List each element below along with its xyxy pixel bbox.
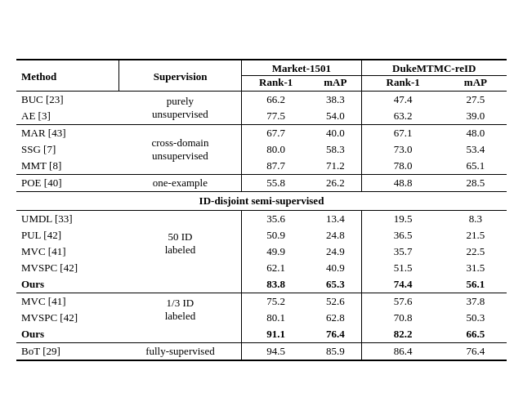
duke-map-cell: 37.8 xyxy=(445,293,507,311)
table-row: POE [40] one-example 55.8 26.2 48.8 28.5 xyxy=(16,175,507,192)
market-rank1-cell: 67.7 xyxy=(242,125,310,142)
comparison-table: Method Supervision Market-1501 DukeMTMC-… xyxy=(16,59,507,361)
market-header: Market-1501 xyxy=(242,60,361,76)
duke-map-cell: 39.0 xyxy=(445,108,507,125)
method-cell: Ours xyxy=(16,326,119,343)
duke-map-cell: 28.5 xyxy=(445,175,507,192)
supervision-cell: one-example xyxy=(119,175,242,192)
market-rank1-cell: 83.8 xyxy=(242,276,310,293)
market-map-cell: 52.6 xyxy=(310,293,361,311)
duke-rank1-cell: 63.2 xyxy=(361,108,445,125)
market-rank1-cell: 80.1 xyxy=(242,310,310,326)
duke-rank1-cell: 19.5 xyxy=(361,211,445,228)
duke-header: DukeMTMC-reID xyxy=(361,60,507,76)
duke-map-cell: 53.4 xyxy=(445,141,507,158)
supervision-cell: purelyunsupervised xyxy=(119,92,242,125)
duke-rank1-cell: 67.1 xyxy=(361,125,445,142)
duke-rank1-header: Rank-1 xyxy=(361,76,445,92)
method-cell: MVSPC [42] xyxy=(16,310,119,326)
market-rank1-cell: 75.2 xyxy=(242,293,310,311)
method-header: Method xyxy=(16,60,119,92)
market-map-cell: 38.3 xyxy=(310,92,361,109)
table-row: PUL [42] 50.9 24.8 36.5 21.5 xyxy=(16,227,507,244)
duke-map-cell: 22.5 xyxy=(445,244,507,260)
table-row: MVSPC [42] 80.1 62.8 70.8 50.3 xyxy=(16,310,507,326)
market-map-cell: 54.0 xyxy=(310,108,361,125)
table-container: Method Supervision Market-1501 DukeMTMC-… xyxy=(16,59,507,361)
method-cell: POE [40] xyxy=(16,175,119,192)
market-rank1-cell: 62.1 xyxy=(242,260,310,276)
duke-rank1-cell: 48.8 xyxy=(361,175,445,192)
market-rank1-cell: 87.7 xyxy=(242,158,310,175)
market-map-cell: 76.4 xyxy=(310,326,361,343)
header-row-top: Method Supervision Market-1501 DukeMTMC-… xyxy=(16,60,507,76)
market-rank1-cell: 91.1 xyxy=(242,326,310,343)
duke-map-cell: 65.1 xyxy=(445,158,507,175)
market-rank1-cell: 66.2 xyxy=(242,92,310,109)
market-map-cell: 24.9 xyxy=(310,244,361,260)
market-rank1-cell: 94.5 xyxy=(242,343,310,361)
market-map-cell: 62.8 xyxy=(310,310,361,326)
duke-map-cell: 27.5 xyxy=(445,92,507,109)
method-cell: MMT [8] xyxy=(16,158,119,175)
supervision-header: Supervision xyxy=(119,60,242,92)
method-cell: SSG [7] xyxy=(16,141,119,158)
supervision-cell: cross-domainunsupervised xyxy=(119,125,242,175)
supervision-cell: 50 IDlabeled xyxy=(119,211,242,277)
table-row: AE [3] 77.5 54.0 63.2 39.0 xyxy=(16,108,507,125)
market-rank1-cell: 77.5 xyxy=(242,108,310,125)
market-rank1-cell: 35.6 xyxy=(242,211,310,228)
market-map-cell: 40.0 xyxy=(310,125,361,142)
method-cell: BUC [23] xyxy=(16,92,119,109)
duke-map-cell: 21.5 xyxy=(445,227,507,244)
duke-map-header: mAP xyxy=(445,76,507,92)
market-rank1-cell: 50.9 xyxy=(242,227,310,244)
market-map-cell: 26.2 xyxy=(310,175,361,192)
table-row: MAR [43] cross-domainunsupervised 67.7 4… xyxy=(16,125,507,142)
table-row: MVSPC [42] 62.1 40.9 51.5 31.5 xyxy=(16,260,507,276)
duke-map-cell: 31.5 xyxy=(445,260,507,276)
method-cell: Ours xyxy=(16,276,119,293)
method-cell: AE [3] xyxy=(16,108,119,125)
duke-map-cell: 8.3 xyxy=(445,211,507,228)
market-map-header: mAP xyxy=(310,76,361,92)
market-map-cell: 24.8 xyxy=(310,227,361,244)
method-cell: MVC [41] xyxy=(16,293,119,311)
market-map-cell: 85.9 xyxy=(310,343,361,361)
market-rank1-cell: 80.0 xyxy=(242,141,310,158)
duke-rank1-cell: 47.4 xyxy=(361,92,445,109)
method-cell: MAR [43] xyxy=(16,125,119,142)
method-cell: UMDL [33] xyxy=(16,211,119,228)
duke-rank1-cell: 51.5 xyxy=(361,260,445,276)
table-row: SSG [7] 80.0 58.3 73.0 53.4 xyxy=(16,141,507,158)
section-header-label: ID-disjoint semi-supervised xyxy=(16,192,507,211)
supervision-cell: fully-supervised xyxy=(119,343,242,361)
duke-map-cell: 56.1 xyxy=(445,276,507,293)
method-cell: MVC [41] xyxy=(16,244,119,260)
table-row: MVC [41] 1/3 IDlabeled 75.2 52.6 57.6 37… xyxy=(16,293,507,311)
duke-map-cell: 50.3 xyxy=(445,310,507,326)
market-map-cell: 40.9 xyxy=(310,260,361,276)
market-map-cell: 65.3 xyxy=(310,276,361,293)
duke-rank1-cell: 86.4 xyxy=(361,343,445,361)
duke-rank1-cell: 70.8 xyxy=(361,310,445,326)
method-cell: MVSPC [42] xyxy=(16,260,119,276)
method-cell: PUL [42] xyxy=(16,227,119,244)
duke-rank1-cell: 35.7 xyxy=(361,244,445,260)
section-header-row: ID-disjoint semi-supervised xyxy=(16,192,507,211)
supervision-cell: 1/3 IDlabeled xyxy=(119,293,242,327)
duke-map-cell: 76.4 xyxy=(445,343,507,361)
duke-map-cell: 48.0 xyxy=(445,125,507,142)
table-row: BUC [23] purelyunsupervised 66.2 38.3 47… xyxy=(16,92,507,109)
market-rank1-cell: 49.9 xyxy=(242,244,310,260)
market-rank1-cell: 55.8 xyxy=(242,175,310,192)
duke-rank1-cell: 73.0 xyxy=(361,141,445,158)
market-map-cell: 71.2 xyxy=(310,158,361,175)
duke-rank1-cell: 36.5 xyxy=(361,227,445,244)
table-row: UMDL [33] 50 IDlabeled 35.6 13.4 19.5 8.… xyxy=(16,211,507,228)
table-row: Ours 83.8 65.3 74.4 56.1 xyxy=(16,276,507,293)
duke-rank1-cell: 78.0 xyxy=(361,158,445,175)
table-row: BoT [29] fully-supervised 94.5 85.9 86.4… xyxy=(16,343,507,361)
duke-map-cell: 66.5 xyxy=(445,326,507,343)
supervision-cell xyxy=(119,326,242,343)
